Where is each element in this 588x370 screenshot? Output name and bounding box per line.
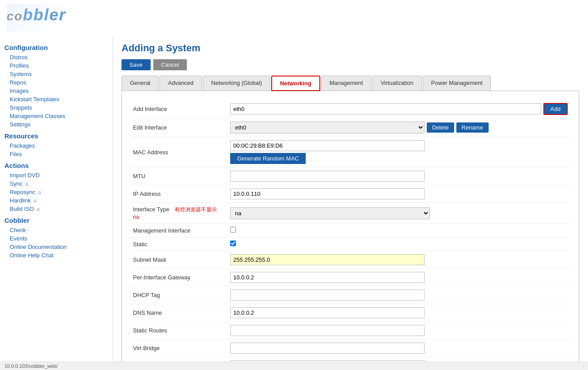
virt-bridge-row: Virt Bridge bbox=[131, 339, 570, 357]
ip-address-label: IP Address bbox=[131, 185, 228, 203]
edit-interface-select[interactable]: eth0 bbox=[230, 122, 425, 134]
per-interface-gateway-cell bbox=[228, 269, 570, 286]
mac-address-cell: Generate Random MAC bbox=[228, 137, 570, 168]
add-interface-label: Add Interface bbox=[131, 100, 228, 118]
sidebar-item-online-help-chat[interactable]: Online Help Chat bbox=[0, 251, 112, 259]
tab-bar: General Advanced Networking (Global) Net… bbox=[121, 76, 579, 91]
add-interface-row: Add Interface Add bbox=[131, 100, 570, 118]
sidebar-item-images[interactable]: Images bbox=[0, 87, 112, 95]
generate-random-mac-button[interactable]: Generate Random MAC bbox=[230, 153, 306, 164]
static-cell bbox=[228, 237, 570, 251]
add-interface-button[interactable]: Add bbox=[543, 103, 568, 115]
virt-bridge-input[interactable] bbox=[230, 343, 425, 354]
sidebar-item-profiles[interactable]: Profiles bbox=[0, 61, 112, 70]
mtu-input[interactable] bbox=[230, 171, 425, 182]
dns-name-input[interactable] bbox=[230, 307, 425, 318]
interface-type-select[interactable]: na bridge bond bond_slave bridge_slave b… bbox=[230, 207, 430, 219]
static-row: Static bbox=[131, 237, 570, 251]
mac-address-input[interactable] bbox=[230, 140, 425, 151]
tab-management[interactable]: Management bbox=[321, 76, 372, 91]
sidebar-item-reposync[interactable]: Reposync ☼ bbox=[0, 188, 112, 196]
tab-networking-global[interactable]: Networking (Global) bbox=[203, 76, 270, 91]
per-interface-gateway-input[interactable] bbox=[230, 272, 425, 283]
sidebar-item-files[interactable]: Files bbox=[0, 150, 112, 158]
rename-interface-button[interactable]: Rename bbox=[456, 122, 489, 133]
sidebar-item-check[interactable]: Check bbox=[0, 226, 112, 234]
management-interface-cell bbox=[228, 224, 570, 237]
tab-content-networking: Add Interface Add Edit Interface bbox=[121, 91, 579, 362]
ip-address-row: IP Address bbox=[131, 185, 570, 203]
mtu-row: MTU bbox=[131, 168, 570, 185]
ip-address-cell bbox=[228, 185, 570, 203]
mtu-label: MTU bbox=[131, 168, 228, 185]
footer: 10.0.0.103/cobbler_web/ bbox=[0, 362, 588, 370]
dns-name-row: DNS Name bbox=[131, 304, 570, 322]
sidebar-item-hardlink[interactable]: Hardlink ☼ bbox=[0, 196, 112, 205]
configuration-section-title: Configuration bbox=[0, 40, 112, 53]
actions-section-title: Actions bbox=[0, 158, 112, 171]
sidebar-item-distros[interactable]: Distros bbox=[0, 53, 112, 61]
add-interface-cell: Add bbox=[228, 100, 570, 118]
static-label: Static bbox=[131, 237, 228, 251]
page-title: Adding a System bbox=[121, 42, 579, 54]
dhcp-tag-cell bbox=[228, 286, 570, 304]
dhcp-tag-row: DHCP Tag bbox=[131, 286, 570, 304]
per-interface-gateway-label: Per-Interface Gateway bbox=[131, 269, 228, 286]
sidebar-item-settings[interactable]: Settings bbox=[0, 120, 112, 129]
main-content: Adding a System Save Cancel General Adva… bbox=[113, 36, 588, 362]
header: cobbler bbox=[0, 0, 588, 36]
ipv6-address-cell bbox=[228, 357, 570, 362]
dns-name-label: DNS Name bbox=[131, 304, 228, 322]
cancel-button[interactable]: Cancel bbox=[153, 59, 187, 70]
sidebar-item-sync[interactable]: Sync ☼ bbox=[0, 179, 112, 188]
static-routes-input[interactable] bbox=[230, 325, 425, 336]
subnet-mask-row: Subnet Mask bbox=[131, 251, 570, 269]
sidebar-item-events[interactable]: Events bbox=[0, 234, 112, 243]
tab-virtualization[interactable]: Virtualization bbox=[372, 76, 422, 91]
sidebar-item-management-classes[interactable]: Management Classes bbox=[0, 112, 112, 120]
mtu-cell bbox=[228, 168, 570, 185]
static-routes-label: Static Routes bbox=[131, 322, 228, 339]
per-interface-gateway-row: Per-Interface Gateway bbox=[131, 269, 570, 286]
tab-advanced[interactable]: Advanced bbox=[159, 76, 202, 91]
subnet-mask-input[interactable] bbox=[230, 254, 425, 265]
sidebar: Configuration Distros Profiles Systems R… bbox=[0, 36, 113, 362]
resources-section-title: Resources bbox=[0, 129, 112, 141]
management-interface-label: Management Interface bbox=[131, 224, 228, 237]
interface-type-label: Interface Type 有些浏览器不显示na bbox=[131, 203, 228, 224]
interface-type-cell: na bridge bond bond_slave bridge_slave b… bbox=[228, 203, 570, 224]
dns-name-cell bbox=[228, 304, 570, 322]
sidebar-item-systems[interactable]: Systems bbox=[0, 70, 112, 78]
sidebar-item-import-dvd[interactable]: Import DVD bbox=[0, 171, 112, 179]
ipv6-address-input[interactable] bbox=[230, 360, 425, 362]
tab-general[interactable]: General bbox=[121, 76, 159, 91]
edit-interface-cell: eth0 Delete Rename bbox=[228, 118, 570, 137]
sidebar-item-repos[interactable]: Repos bbox=[0, 78, 112, 87]
sidebar-item-snippets[interactable]: Snippets bbox=[0, 103, 112, 112]
edit-interface-label: Edit Interface bbox=[131, 118, 228, 137]
sidebar-item-online-documentation[interactable]: Online Documentation bbox=[0, 243, 112, 251]
management-interface-checkbox[interactable] bbox=[230, 227, 236, 233]
static-routes-cell bbox=[228, 322, 570, 339]
ipv6-address-row: IPv6 Address bbox=[131, 357, 570, 362]
save-button[interactable]: Save bbox=[121, 59, 151, 70]
tab-power-management[interactable]: Power Management bbox=[423, 76, 491, 91]
sidebar-item-kickstart-templates[interactable]: Kickstart Templates bbox=[0, 95, 112, 103]
dhcp-tag-label: DHCP Tag bbox=[131, 286, 228, 304]
mac-address-label: MAC Address bbox=[131, 137, 228, 168]
delete-interface-button[interactable]: Delete bbox=[427, 122, 454, 133]
mac-address-row: MAC Address Generate Random MAC bbox=[131, 137, 570, 168]
sidebar-item-build-iso[interactable]: Build ISO ☼ bbox=[0, 205, 112, 213]
virt-bridge-cell bbox=[228, 339, 570, 357]
dhcp-tag-input[interactable] bbox=[230, 290, 425, 301]
interface-type-row: Interface Type 有些浏览器不显示na na bridge bond… bbox=[131, 203, 570, 224]
ip-address-input[interactable] bbox=[230, 188, 425, 199]
static-routes-row: Static Routes bbox=[131, 322, 570, 339]
tab-networking[interactable]: Networking bbox=[271, 76, 320, 91]
management-interface-row: Management Interface bbox=[131, 224, 570, 237]
sidebar-item-packages[interactable]: Packages bbox=[0, 141, 112, 150]
static-checkbox[interactable] bbox=[230, 240, 236, 246]
edit-interface-row: Edit Interface eth0 Delete Rename bbox=[131, 118, 570, 137]
add-interface-input[interactable] bbox=[230, 103, 541, 114]
virt-bridge-label: Virt Bridge bbox=[131, 339, 228, 357]
